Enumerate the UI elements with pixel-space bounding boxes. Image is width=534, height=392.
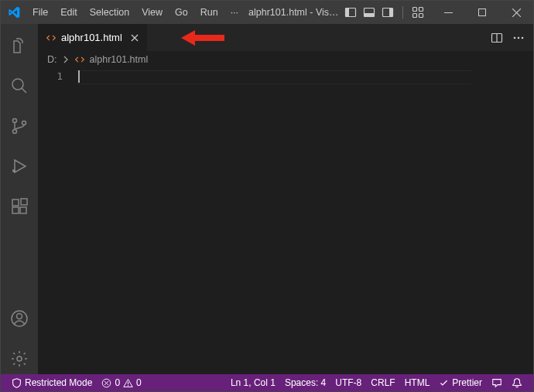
svg-point-28 [518, 36, 520, 39]
line-number: 1 [38, 70, 63, 82]
tabs-container: alphr101.html [38, 24, 533, 51]
text-editor[interactable]: 1 [38, 68, 533, 374]
svg-rect-11 [478, 9, 485, 15]
minimize-button[interactable] [431, 1, 465, 24]
run-debug-icon[interactable] [1, 151, 38, 182]
split-editor-icon[interactable] [488, 29, 505, 46]
svg-rect-7 [419, 8, 423, 12]
menu-go[interactable]: Go [169, 4, 193, 21]
menu-more[interactable]: ··· [225, 4, 244, 21]
customize-layout-icon[interactable] [409, 4, 426, 21]
window-title: alphr101.html - Visual S… [248, 7, 342, 18]
editor-group: alphr101.html [38, 24, 533, 374]
toggle-primary-sidebar-icon[interactable] [342, 4, 359, 21]
vscode-logo-icon [1, 6, 27, 19]
minimap[interactable] [487, 69, 533, 374]
menu-view[interactable]: View [136, 4, 168, 21]
menu-selection[interactable]: Selection [84, 4, 135, 21]
breadcrumbs[interactable]: D: alphr101.html [38, 51, 533, 68]
layout-controls [342, 4, 426, 21]
svg-point-27 [514, 36, 516, 39]
svg-point-32 [128, 385, 128, 386]
warning-icon [123, 378, 133, 388]
language-mode[interactable]: HTML [400, 374, 435, 391]
line-numbers: 1 [38, 69, 77, 374]
svg-marker-24 [181, 30, 224, 46]
extensions-icon[interactable] [1, 191, 38, 222]
svg-point-16 [12, 169, 15, 172]
svg-point-14 [13, 130, 17, 134]
more-actions-icon[interactable] [510, 29, 527, 46]
svg-rect-6 [413, 8, 417, 12]
status-bar: Restricted Mode 0 0 Ln 1, Col 1 Spaces: … [1, 374, 533, 391]
breadcrumb-drive[interactable]: D: [47, 54, 57, 65]
breadcrumb-file[interactable]: alphr101.html [90, 54, 149, 65]
editor-actions [488, 24, 533, 51]
svg-point-23 [17, 356, 22, 361]
code-area[interactable] [77, 69, 487, 374]
encoding[interactable]: UTF-8 [330, 374, 366, 391]
maximize-button[interactable] [465, 1, 499, 24]
restricted-mode[interactable]: Restricted Mode [7, 374, 97, 391]
tab-close-icon[interactable] [130, 33, 139, 43]
svg-point-12 [12, 79, 23, 90]
annotation-arrow-icon [181, 29, 228, 47]
svg-point-13 [13, 119, 17, 123]
check-icon [439, 378, 449, 388]
vscode-window: File Edit Selection View Go Run ··· alph… [0, 0, 534, 392]
activity-bar [1, 24, 38, 374]
toggle-panel-icon[interactable] [361, 4, 378, 21]
menu-bar: File Edit Selection View Go Run ··· [27, 4, 244, 21]
divider [402, 6, 403, 19]
indentation[interactable]: Spaces: 4 [280, 374, 330, 391]
svg-rect-1 [346, 9, 350, 17]
tab-label: alphr101.html [61, 32, 122, 43]
menu-file[interactable]: File [27, 4, 53, 21]
svg-rect-9 [419, 14, 423, 18]
source-control-icon[interactable] [1, 111, 38, 141]
titlebar: File Edit Selection View Go Run ··· alph… [1, 1, 533, 24]
error-count: 0 [115, 377, 120, 388]
svg-rect-10 [444, 12, 453, 13]
accounts-icon[interactable] [1, 303, 38, 334]
menu-edit[interactable]: Edit [55, 4, 83, 21]
cursor-position[interactable]: Ln 1, Col 1 [226, 374, 280, 391]
tab-alphr101[interactable]: alphr101.html [38, 24, 148, 51]
svg-rect-8 [413, 14, 417, 18]
warning-count: 0 [136, 377, 142, 388]
close-button[interactable] [499, 1, 533, 24]
html-file-icon [74, 54, 85, 65]
html-file-icon [46, 32, 56, 43]
svg-rect-19 [20, 207, 26, 213]
search-icon[interactable] [1, 70, 38, 101]
svg-rect-5 [389, 9, 393, 17]
svg-point-22 [17, 314, 22, 319]
svg-rect-18 [12, 207, 19, 213]
error-icon [101, 378, 111, 388]
workbench-body: alphr101.html [1, 24, 533, 374]
current-line-highlight [77, 70, 471, 84]
problem-counts[interactable]: 0 0 [97, 374, 145, 391]
formatter-label: Prettier [452, 377, 482, 388]
settings-gear-icon[interactable] [1, 343, 38, 374]
text-cursor [78, 70, 80, 83]
eol[interactable]: CRLF [366, 374, 399, 391]
svg-rect-20 [21, 199, 27, 205]
restricted-label: Restricted Mode [25, 377, 92, 388]
svg-rect-17 [12, 199, 19, 206]
notifications-icon[interactable] [507, 374, 527, 391]
explorer-icon[interactable] [1, 30, 38, 61]
feedback-icon[interactable] [487, 374, 507, 391]
svg-point-15 [22, 121, 26, 125]
svg-rect-3 [365, 13, 375, 17]
svg-point-29 [522, 36, 524, 39]
toggle-secondary-sidebar-icon[interactable] [379, 4, 396, 21]
menu-run[interactable]: Run [195, 4, 224, 21]
chevron-right-icon [62, 56, 70, 63]
formatter[interactable]: Prettier [434, 374, 487, 391]
shield-icon [12, 378, 22, 388]
